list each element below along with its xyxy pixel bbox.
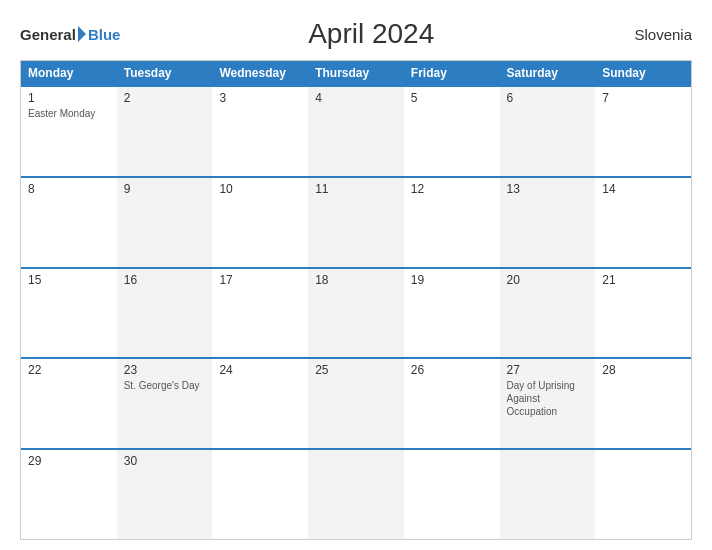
day-cell-empty5 [595, 450, 691, 539]
day-number: 29 [28, 454, 110, 468]
day-number: 25 [315, 363, 397, 377]
day-number: 11 [315, 182, 397, 196]
col-header-friday: Friday [404, 61, 500, 85]
calendar-body: 1 Easter Monday 2 3 4 5 6 [21, 85, 691, 539]
day-cell-apr1: 1 Easter Monday [21, 87, 117, 176]
day-number: 21 [602, 273, 684, 287]
day-cell-empty1 [212, 450, 308, 539]
day-number: 13 [507, 182, 589, 196]
day-cell-empty4 [500, 450, 596, 539]
day-number: 15 [28, 273, 110, 287]
day-cell-apr3: 3 [212, 87, 308, 176]
day-cell-apr22: 22 [21, 359, 117, 448]
day-cell-apr9: 9 [117, 178, 213, 267]
day-cell-apr14: 14 [595, 178, 691, 267]
day-number: 12 [411, 182, 493, 196]
day-number: 28 [602, 363, 684, 377]
day-number: 9 [124, 182, 206, 196]
day-cell-apr20: 20 [500, 269, 596, 358]
day-cell-apr18: 18 [308, 269, 404, 358]
day-cell-apr10: 10 [212, 178, 308, 267]
day-cell-apr26: 26 [404, 359, 500, 448]
page-title: April 2024 [120, 18, 622, 50]
day-cell-apr7: 7 [595, 87, 691, 176]
day-cell-empty3 [404, 450, 500, 539]
calendar-header-row: Monday Tuesday Wednesday Thursday Friday… [21, 61, 691, 85]
day-cell-apr23: 23 St. George's Day [117, 359, 213, 448]
day-cell-apr2: 2 [117, 87, 213, 176]
col-header-monday: Monday [21, 61, 117, 85]
day-number: 24 [219, 363, 301, 377]
day-number: 4 [315, 91, 397, 105]
day-number: 23 [124, 363, 206, 377]
header: General Blue April 2024 Slovenia [20, 18, 692, 50]
day-number: 5 [411, 91, 493, 105]
day-number: 8 [28, 182, 110, 196]
day-number: 14 [602, 182, 684, 196]
day-cell-apr17: 17 [212, 269, 308, 358]
col-header-tuesday: Tuesday [117, 61, 213, 85]
day-number: 18 [315, 273, 397, 287]
day-number: 3 [219, 91, 301, 105]
day-number: 17 [219, 273, 301, 287]
logo: General Blue [20, 26, 120, 43]
week-row-1: 1 Easter Monday 2 3 4 5 6 [21, 85, 691, 176]
day-number: 22 [28, 363, 110, 377]
day-cell-apr6: 6 [500, 87, 596, 176]
day-cell-apr13: 13 [500, 178, 596, 267]
logo-blue-text: Blue [88, 26, 121, 43]
day-cell-apr24: 24 [212, 359, 308, 448]
week-row-2: 8 9 10 11 12 13 14 [21, 176, 691, 267]
day-event: Easter Monday [28, 108, 95, 119]
day-cell-apr29: 29 [21, 450, 117, 539]
day-number: 16 [124, 273, 206, 287]
day-cell-apr19: 19 [404, 269, 500, 358]
day-number: 26 [411, 363, 493, 377]
week-row-5: 29 30 [21, 448, 691, 539]
day-event: St. George's Day [124, 380, 200, 391]
day-number: 30 [124, 454, 206, 468]
calendar: Monday Tuesday Wednesday Thursday Friday… [20, 60, 692, 540]
day-number: 6 [507, 91, 589, 105]
day-event: Day of Uprising Against Occupation [507, 380, 575, 417]
day-cell-apr25: 25 [308, 359, 404, 448]
col-header-saturday: Saturday [500, 61, 596, 85]
day-number: 19 [411, 273, 493, 287]
day-cell-apr4: 4 [308, 87, 404, 176]
page: General Blue April 2024 Slovenia Monday … [0, 0, 712, 550]
day-number: 2 [124, 91, 206, 105]
day-cell-apr27: 27 Day of Uprising Against Occupation [500, 359, 596, 448]
day-cell-empty2 [308, 450, 404, 539]
logo-general-text: General [20, 26, 76, 43]
col-header-wednesday: Wednesday [212, 61, 308, 85]
day-cell-apr15: 15 [21, 269, 117, 358]
day-cell-apr8: 8 [21, 178, 117, 267]
logo-triangle-icon [78, 26, 86, 42]
day-cell-apr30: 30 [117, 450, 213, 539]
day-cell-apr28: 28 [595, 359, 691, 448]
day-number: 10 [219, 182, 301, 196]
week-row-3: 15 16 17 18 19 20 21 [21, 267, 691, 358]
day-cell-apr16: 16 [117, 269, 213, 358]
day-cell-apr11: 11 [308, 178, 404, 267]
week-row-4: 22 23 St. George's Day 24 25 26 27 Day o [21, 357, 691, 448]
day-cell-apr21: 21 [595, 269, 691, 358]
day-number: 1 [28, 91, 110, 105]
day-number: 27 [507, 363, 589, 377]
day-number: 7 [602, 91, 684, 105]
day-number: 20 [507, 273, 589, 287]
col-header-thursday: Thursday [308, 61, 404, 85]
day-cell-apr5: 5 [404, 87, 500, 176]
country-label: Slovenia [622, 26, 692, 43]
col-header-sunday: Sunday [595, 61, 691, 85]
day-cell-apr12: 12 [404, 178, 500, 267]
